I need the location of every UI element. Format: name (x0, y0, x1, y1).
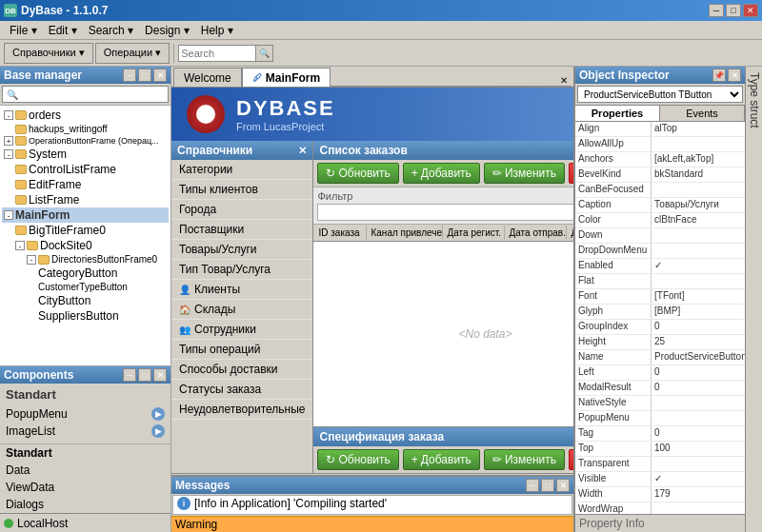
sprav-item-9[interactable]: Типы операций (171, 340, 312, 360)
oi-tab-events[interactable]: Events (660, 106, 745, 121)
sprav-item-11[interactable]: Статусы заказа (171, 380, 312, 400)
tab-mainform[interactable]: 🖊 MainForm (242, 68, 331, 87)
spec-update-btn[interactable]: ↻ Обновить (317, 449, 398, 470)
sprav-item-0[interactable]: Категории (171, 160, 312, 180)
oi-row-down: Down (575, 228, 745, 244)
tree-item-listframe[interactable]: ListFrame (13, 192, 169, 207)
oi-row-modalresult: ModalResult0 (575, 381, 745, 396)
close-button[interactable]: ✕ (743, 4, 758, 17)
sprav-item-8[interactable]: Сотрудники (171, 320, 312, 340)
messages-maximize[interactable]: □ (541, 479, 554, 492)
orders-add-btn[interactable]: + Добавить (403, 163, 480, 184)
menu-file[interactable]: File ▾ (4, 22, 43, 39)
search-icon-button[interactable]: 🔍 (255, 46, 272, 61)
tree-item-citybtn[interactable]: CityButton (36, 293, 169, 308)
table-content: <No data> (313, 242, 573, 426)
base-manager-minimize[interactable]: ─ (123, 69, 136, 82)
tree-item-hackups[interactable]: hackups_writingoff (13, 123, 169, 135)
orders-toolbar: ↻ Обновить + Добавить ✏ Изменить ✕ (313, 160, 573, 187)
tab-close-all[interactable]: ✕ (556, 75, 572, 87)
tree-item-clist[interactable]: ControlListFrame (13, 162, 169, 177)
sprav-item-4[interactable]: Товары/Услуги (171, 240, 312, 260)
comp-close[interactable]: ✕ (153, 368, 167, 382)
comp-arrow-popupmenu: ▶ (151, 407, 165, 421)
oi-bottom: Property Info (575, 514, 745, 532)
sprav-item-5[interactable]: Тип Товар/Услуга (171, 260, 312, 280)
comp-section-dialogs-btn[interactable]: Dialogs (0, 496, 170, 513)
col-regdate: Дата регист. (443, 226, 505, 240)
sprav-close[interactable]: ✕ (298, 145, 307, 157)
base-manager-close[interactable]: ✕ (153, 69, 167, 82)
sprav-item-1[interactable]: Типы клиентов (171, 180, 312, 200)
orders-update-btn[interactable]: ↻ Обновить (317, 163, 398, 184)
tree-item-docksite[interactable]: - DockSite0 (13, 238, 169, 253)
oi-close[interactable]: ✕ (728, 69, 741, 82)
app-title: DyBase - 1.1.0.7 (21, 4, 108, 17)
menu-edit[interactable]: Edit ▾ (43, 22, 83, 39)
tree-item-custbtn[interactable]: CustomerTypeButton (36, 281, 169, 293)
oi-row-font: Font[TFont] (575, 289, 745, 305)
sprav-item-10[interactable]: Способы доставки (171, 360, 312, 380)
dybase-text: DYBASE From LucasProject (236, 96, 335, 132)
sprav-item-7[interactable]: Склады (171, 300, 312, 320)
comp-section-viewdata-btn[interactable]: ViewData (0, 479, 170, 496)
orders-update-icon: ↻ (326, 167, 335, 180)
oi-row-allowallup: AllowAllUp (575, 137, 745, 152)
object-inspector: Object Inspector 📌 ✕ ProductServiceButto… (573, 67, 745, 532)
tab-welcome[interactable]: Welcome (173, 68, 242, 87)
sprav-item-3[interactable]: Поставщики (171, 220, 312, 240)
minimize-button[interactable]: ─ (709, 4, 724, 17)
tree-item-opbtn[interactable]: + OperationButtonFrame (Операц... (2, 135, 169, 147)
message-item-0: i [Info in Application] 'Compiling start… (173, 496, 572, 511)
search-input[interactable] (179, 48, 255, 59)
oi-row-transparent: Transparent (575, 457, 745, 472)
tree-item-orders[interactable]: - orders (2, 108, 169, 123)
tree-item-bigtitle[interactable]: BigTitleFrame0 (13, 223, 169, 238)
oi-component-select[interactable]: ProductServiceButton TButton (577, 86, 743, 103)
tree-item-catbtn[interactable]: CategoryButton (36, 266, 169, 281)
tree-item-system[interactable]: - System (2, 147, 169, 162)
tree-item-dirbtn[interactable]: - DirectoriesButtonFrame0 (25, 253, 169, 266)
message-text-0: [Info in Application] 'Compiling started… (194, 497, 387, 510)
menu-search[interactable]: Search ▾ (83, 22, 139, 39)
comp-minimize[interactable]: ─ (123, 368, 136, 382)
sprav-toolbar-button[interactable]: Справочники ▾ (4, 43, 93, 64)
tab-welcome-label: Welcome (184, 71, 231, 85)
base-manager-maximize[interactable]: □ (138, 69, 151, 82)
menu-design[interactable]: Design ▾ (139, 22, 195, 39)
menu-help[interactable]: Help ▾ (195, 22, 239, 39)
tree-item-suppbtn[interactable]: SuppliersButton (36, 308, 169, 324)
comp-maximize[interactable]: □ (138, 368, 151, 382)
tree-item-mainform[interactable]: - MainForm (2, 207, 169, 223)
comp-section-data-btn[interactable]: Data (0, 462, 170, 479)
comp-section-standart-btn[interactable]: Standart (0, 444, 170, 462)
sprav-item-6[interactable]: Клиенты (171, 280, 312, 300)
spec-delete-btn[interactable]: ✕ (569, 449, 573, 470)
sprav-item-12[interactable]: Неудовлетворительные (171, 400, 312, 420)
dybase-subtitle: From LucasProject (236, 121, 335, 132)
type-struct-panel[interactable]: Type struct (745, 67, 762, 532)
tree-item-editframe[interactable]: EditFrame (13, 177, 169, 192)
components-title: Components (4, 368, 73, 382)
oi-tab-properties[interactable]: Properties (575, 106, 660, 121)
messages-minimize[interactable]: ─ (526, 479, 539, 492)
operations-toolbar-button[interactable]: Операции ▾ (95, 43, 170, 64)
comp-item-popupmenu[interactable]: PopupMenu ▶ (0, 405, 170, 423)
filter-input[interactable] (317, 204, 573, 221)
messages-close[interactable]: ✕ (556, 479, 570, 492)
filter-bar: Фильтр (313, 187, 573, 225)
form-main: Справочники ✕ Категории Типы клиентов Го… (171, 141, 573, 473)
sprav-item-2[interactable]: Города (171, 200, 312, 220)
orders-edit-btn[interactable]: ✏ Изменить (484, 163, 565, 184)
orders-edit-icon: ✏ (492, 167, 502, 180)
orders-delete-btn[interactable]: ✕ (569, 163, 573, 184)
toolbar: Справочники ▾ Операции ▾ 🔍 (0, 40, 762, 67)
comp-item-imagelist[interactable]: ImageList ▶ (0, 423, 170, 440)
bottom-tabs-bar: MainMenu0 Timer0 (171, 473, 573, 475)
spec-add-btn[interactable]: + Добавить (403, 449, 480, 470)
comp-arrow-imagelist: ▶ (151, 424, 165, 438)
spec-edit-btn[interactable]: ✏ Изменить (484, 449, 565, 470)
maximize-button[interactable]: □ (726, 4, 741, 17)
localhost-label: LocalHost (17, 517, 68, 530)
oi-pin[interactable]: 📌 (712, 69, 726, 82)
